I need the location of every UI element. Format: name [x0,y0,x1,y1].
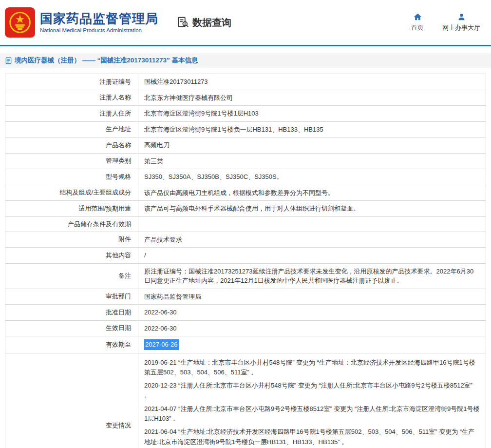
selected-text: 2027-06-26 [144,339,179,350]
field-label: 管理类别 [5,154,138,169]
field-value: 该产品可与高频电外科手术器械配合使用，用于对人体组织进行切割和凝血。 [138,201,486,216]
table-row: 生效日期2022-06-30 [5,320,486,336]
table-row: 批准日期2022-06-30 [5,304,486,320]
site-header: 国家药品监督管理局 National Medical Products Admi… [0,0,491,46]
table-row: 注册证编号国械注准20173011273 [5,74,486,90]
field-label: 适用范围/预期用途 [5,201,138,216]
change-record: 2020-12-23 “注册人住所:北京市丰台区小井村548号院” 变更为 “注… [144,381,480,401]
change-record: 2019-06-21 “生产地址：北京市丰台区小井村548号院” 变更为 “生产… [144,358,480,378]
field-label: 产品名称 [5,137,138,153]
field-label: 有效期至 [5,336,138,353]
document-icon [5,57,12,64]
agency-name-en: National Medical Products Administration [40,27,158,33]
field-label: 注册人住所 [5,106,138,121]
field-value: 北京市海淀区澄湾街9号院1号楼1层H103 [138,106,486,121]
field-value: 国家药品监督管理局 [138,289,486,305]
field-value: 原注册证编号：国械注准20173251273延续注册产品技术要求未发生变化，沿用… [138,264,486,289]
table-row: 型号规格SJ350、SJ350A、SJ350B、SJ350C、SJ350S。 [5,169,486,185]
home-icon [414,13,422,21]
table-row: 备注原注册证编号：国械注准20173251273延续注册产品技术要求未发生变化，… [5,263,486,289]
field-label: 注册证编号 [5,74,138,90]
table-row: 结构及组成/主要组成成分该产品仅由高频电刀主机组成，根据模式和参数差异分为不同型… [5,185,486,201]
table-row: 变更情况2019-06-21 “生产地址：北京市丰台区小井村548号院” 变更为… [5,353,486,448]
field-value: 北京市海淀区澄湾街9号院1号楼负一层HB131、HB133、HB135 [138,122,486,137]
table-row: 注册人住所北京市海淀区澄湾街9号院1号楼1层H103 [5,105,486,121]
field-label: 批准日期 [5,305,138,320]
table-row: 适用范围/预期用途该产品可与高频电外科手术器械配合使用，用于对人体组织进行切割和… [5,200,486,216]
field-label: 注册人名称 [5,90,138,106]
nav-home-label: 首页 [411,23,424,32]
agency-title-block: 国家药品监督管理局 National Medical Products Admi… [40,12,158,34]
field-value: / [138,248,486,263]
registration-info-table: 注册证编号国械注准20173011273注册人名称北京东方神健医疗器械有限公司注… [5,74,486,448]
field-value: SJ350、SJ350A、SJ350B、SJ350C、SJ350S。 [138,169,486,185]
table-row: 管理类别第三类 [5,153,486,169]
field-value: 第三类 [138,154,486,169]
field-label: 型号规格 [5,169,138,185]
field-value: 2022-06-30 [138,305,486,320]
nmpa-emblem-logo [5,7,35,38]
nav-hall-label: 网上办事大厅 [442,23,480,32]
field-value: 2022-06-30 [138,321,486,336]
field-label: 生产地址 [5,122,138,137]
field-value: 北京东方神健医疗器械有限公司 [138,90,486,106]
top-navigation: 首页 网上办事大厅 [411,13,480,32]
table-row: 审批部门国家药品监督管理局 [5,289,486,305]
table-row: 产品名称高频电刀 [5,137,486,153]
breadcrumb-text: 境内医疗器械（注册） —— “国械注准20173011273” 基本信息 [15,56,198,65]
module-title: 数据查询 [192,16,231,29]
page: 国家药品监督管理局 National Medical Products Admi… [0,0,491,448]
field-label: 附件 [5,232,138,248]
change-record: 2021-04-07 “注册人住所:北京市丰台区小屯路9号2号楼五楼8512室”… [144,404,480,425]
table-row: 生产地址北京市海淀区澄湾街9号院1号楼负一层HB131、HB133、HB135 [5,121,486,137]
field-value: 该产品仅由高频电刀主机组成，根据模式和参数差异分为不同型号。 [138,185,486,201]
field-value: 2019-06-21 “生产地址：北京市丰台区小井村548号院” 变更为 “生产… [138,353,486,448]
change-record: 2021-06-04 “生产地址:北京经济技术开发区经海四路甲16号院1号楼第五… [144,427,480,448]
data-query-icon [177,16,189,29]
field-label: 结构及组成/主要组成成分 [5,185,138,201]
table-row: 有效期至2027-06-26 [5,336,486,353]
nav-service-hall[interactable]: 网上办事大厅 [442,13,480,32]
user-icon [457,13,466,21]
field-label: 其他内容 [5,248,138,263]
table-row: 其他内容/ [5,247,486,263]
table-row: 注册人名称北京东方神健医疗器械有限公司 [5,90,486,106]
field-value: 产品技术要求 [138,232,486,248]
module-title-block: 数据查询 [177,16,231,29]
field-label: 备注 [5,264,138,289]
field-value: 高频电刀 [138,137,486,153]
table-row: 产品储存条件及有效期 [5,216,486,232]
field-label: 产品储存条件及有效期 [5,217,138,232]
field-value [138,217,486,232]
field-value: 国械注准20173011273 [138,74,486,90]
table-row: 附件产品技术要求 [5,232,486,248]
agency-name-cn: 国家药品监督管理局 [40,12,158,26]
field-label: 审批部门 [5,289,138,305]
field-value: 2027-06-26 [138,336,486,353]
breadcrumb: 境内医疗器械（注册） —— “国械注准20173011273” 基本信息 [0,53,491,68]
nav-home[interactable]: 首页 [411,13,424,32]
field-label: 生效日期 [5,321,138,336]
field-label: 变更情况 [5,353,138,448]
